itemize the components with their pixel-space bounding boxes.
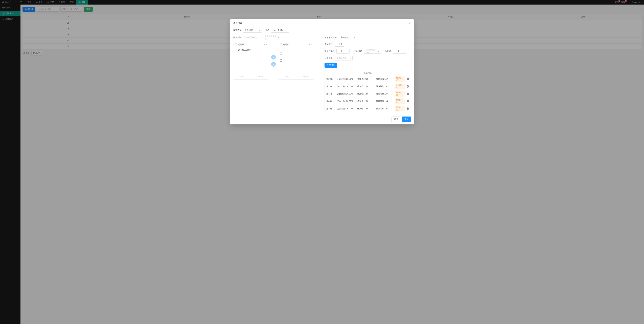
pending-checkall[interactable]: 待选区 xyxy=(235,43,244,46)
list-item[interactable] xyxy=(280,52,312,55)
mode-label: 模式选择 xyxy=(233,29,241,32)
close-icon[interactable]: ✕ xyxy=(409,22,411,25)
chevron-down-icon: ▾ xyxy=(278,37,279,39)
delete-icon[interactable]: − xyxy=(406,100,409,102)
chevron-down-icon: ▾ xyxy=(378,50,379,52)
pending-count: 0/1 xyxy=(264,44,267,46)
step-down-icon[interactable]: ▾ xyxy=(404,51,406,54)
overlay-add-button[interactable]: + 新增 xyxy=(335,42,344,47)
transfer: 待选区 0/1 18888888888 上一页 下一页 ‹ xyxy=(233,42,322,80)
order-count-label: 指定订单数: xyxy=(324,50,335,53)
template-list-title: 模板列表 xyxy=(326,71,409,74)
template-row: 第29单 佣金比例: 26.00% 叠加值: 1.80 触发等级:LV4 叠加模… xyxy=(326,105,409,112)
step-down-icon[interactable]: ▾ xyxy=(347,51,349,54)
delete-icon[interactable]: − xyxy=(406,85,409,88)
user-query-input[interactable] xyxy=(243,35,261,40)
trigger-level-label: 触发等级: xyxy=(324,57,333,60)
template-row: 第23单 佣金比例: 26.00% 叠加值: 1.60 触发等级:LV4 叠加模… xyxy=(326,83,409,90)
grab-mode-label: 抢单模式选择: xyxy=(324,36,337,39)
list-item[interactable]: 18888888888 xyxy=(235,48,267,52)
pending-panel: 待选区 0/1 18888888888 上一页 下一页 xyxy=(233,42,269,80)
comm-mode-select[interactable]: 请选择佣金模式▾ xyxy=(364,49,381,54)
overlay-mode-label: 叠加模式: xyxy=(324,43,333,46)
chevron-down-icon: ▾ xyxy=(350,57,351,59)
selected-panel: 已选中 0/4 上一页 下一页 xyxy=(278,42,314,80)
mode-tag: 叠加模式 xyxy=(395,84,405,89)
comm-mode-label: 佣金模式: xyxy=(354,50,362,53)
grab-mode-select[interactable]: 叠加模式▾ xyxy=(339,35,357,40)
mode-tag: 叠加模式 xyxy=(395,106,405,111)
gen-template-button[interactable]: 生成模板 xyxy=(324,63,337,68)
move-right-button[interactable]: › xyxy=(271,62,276,67)
member-level-select[interactable]: 请选择会员等级▾ xyxy=(263,35,281,40)
modal-edit-group: 修改分组 ✕ 模式选择 复杂模式▾ 分组名 用户查询 xyxy=(230,19,414,124)
step-up-icon[interactable]: ▴ xyxy=(347,49,349,51)
pending-prev[interactable]: 上一页 xyxy=(239,75,245,78)
selected-checkall[interactable]: 已选中 xyxy=(280,43,289,46)
selected-count: 0/4 xyxy=(310,44,312,46)
selected-prev[interactable]: 上一页 xyxy=(284,75,290,78)
modal-title: 修改分组 xyxy=(233,22,242,25)
step-up-icon[interactable]: ▴ xyxy=(404,49,406,51)
move-left-button[interactable]: ‹ xyxy=(271,55,276,60)
user-query-label: 用户查询 xyxy=(233,36,241,39)
mode-tag: 叠加模式 xyxy=(395,76,405,82)
chevron-down-icon: ▾ xyxy=(259,29,260,31)
trigger-level-select[interactable]: 请选择等级▾ xyxy=(335,56,352,61)
cancel-button[interactable]: 取消 xyxy=(391,116,400,122)
list-item[interactable] xyxy=(280,48,312,52)
mode-tag: 叠加模式 xyxy=(395,98,405,104)
delete-icon[interactable]: − xyxy=(406,93,409,95)
template-row: 第20单 佣金比例: 26.00% 叠加值: 2.00 触发等级:LV4 叠加模… xyxy=(326,75,409,83)
order-count-input[interactable]: ▴▾ xyxy=(336,49,350,54)
pending-next[interactable]: 下一页 xyxy=(257,75,263,78)
fixed-label: 固定值: xyxy=(385,50,392,53)
confirm-button[interactable]: 确定 xyxy=(402,116,411,122)
group-name-field[interactable] xyxy=(271,28,289,33)
group-label: 分组名 xyxy=(264,29,270,32)
mode-tag: 叠加模式 xyxy=(395,91,405,97)
selected-next[interactable]: 下一页 xyxy=(302,75,308,78)
list-item[interactable] xyxy=(280,59,312,62)
modal-overlay[interactable]: 修改分组 ✕ 模式选择 复杂模式▾ 分组名 用户查询 xyxy=(0,0,644,324)
template-row: 第45单 佣金比例: 26.00% 叠加值: 2.00 触发等级:LV4 叠加模… xyxy=(326,97,409,105)
template-row: 第35单 佣金比例: 26.00% 叠加值: 1.60 触发等级:LV4 叠加模… xyxy=(326,90,409,97)
chevron-down-icon: ▾ xyxy=(354,37,355,39)
fixed-value-input[interactable]: ▴▾ xyxy=(393,49,406,54)
template-list: 模板列表 第20单 佣金比例: 26.00% 叠加值: 2.00 触发等级:LV… xyxy=(324,70,411,113)
delete-icon[interactable]: − xyxy=(406,107,409,110)
delete-icon[interactable]: − xyxy=(406,78,409,80)
mode-select[interactable]: 复杂模式▾ xyxy=(243,28,262,33)
list-item[interactable] xyxy=(280,55,312,59)
